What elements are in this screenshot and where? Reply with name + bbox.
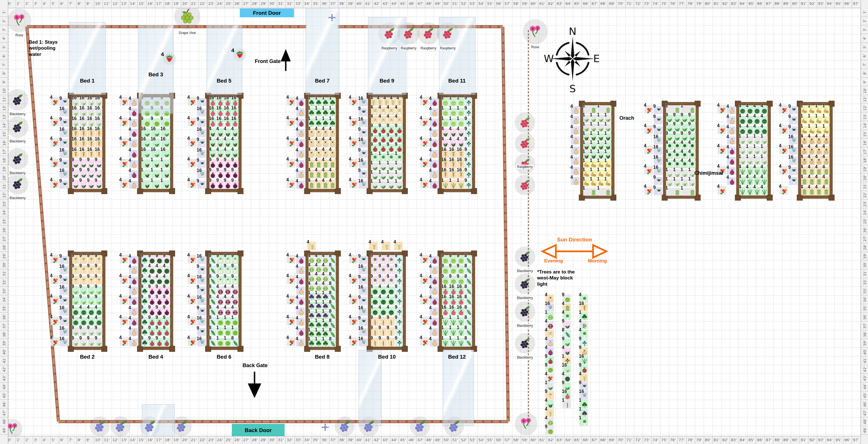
plant-cucseed[interactable]: 1 <box>674 179 681 187</box>
plant-broccoli[interactable]: 1 <box>330 98 336 106</box>
plant-arugula[interactable]: 4 <box>754 177 761 185</box>
plant-rapini[interactable]: 9 <box>465 118 472 127</box>
plant-whiteturnip[interactable]: 9 <box>232 255 239 264</box>
plant-celery[interactable]: 4 <box>816 166 823 175</box>
plant-onion[interactable]: 4 <box>296 150 305 158</box>
plant-nasturtium[interactable]: 4 <box>644 125 653 134</box>
plant-chard[interactable]: 4 <box>232 149 239 158</box>
plant-cucseed[interactable]: 9 <box>95 327 102 336</box>
plant-nasturtium[interactable]: 4 <box>120 276 128 284</box>
plant-redonion[interactable]: 4 <box>430 318 438 326</box>
plant-onion[interactable]: 4 <box>571 136 580 145</box>
plant-celery[interactable]: 4 <box>816 187 823 195</box>
plant-nasturtium[interactable]: 4 <box>349 296 358 305</box>
plant-nasturtium[interactable]: 4 <box>51 255 59 263</box>
plant-whiteturnip[interactable]: 9 <box>232 265 239 274</box>
plant-collard[interactable]: 4 <box>754 116 761 124</box>
plant-parsnip[interactable]: 9 <box>95 255 102 264</box>
plant-leek[interactable]: 9 <box>60 98 68 106</box>
plant-onion[interactable]: 4 <box>430 150 438 158</box>
plant-leek[interactable]: 9 <box>789 177 797 185</box>
plant-broccoli[interactable]: 1 <box>308 108 315 116</box>
plant-broccoli[interactable]: 1 <box>308 339 315 347</box>
plant-pea[interactable]: 8 <box>465 265 472 274</box>
plant-collard[interactable]: 4 <box>80 307 87 315</box>
plant-radish2[interactable]: 9 <box>149 327 155 336</box>
plant-pakchoi[interactable]: 9 <box>387 276 395 285</box>
plant-tatsoi[interactable]: 4 <box>379 286 387 295</box>
plant-parsnip[interactable]: 9 <box>80 255 87 264</box>
plant-radish2[interactable]: 9 <box>156 317 163 326</box>
plant-chard[interactable]: 4 <box>217 129 224 137</box>
plant-scallion[interactable]: 16 <box>60 170 68 178</box>
plant-leek[interactable]: 9 <box>789 116 797 124</box>
plant-scallion[interactable]: 16 <box>60 308 68 315</box>
plant-chard[interactable]: 4 <box>232 129 239 137</box>
plant-whiteturnip[interactable]: 9 <box>224 276 231 285</box>
plant-tatsoi[interactable]: 4 <box>387 296 395 305</box>
plant-whiteturnip[interactable]: 9 <box>224 265 231 274</box>
plant-onion[interactable]: 4 <box>727 106 736 114</box>
plant-mustard[interactable]: 1 <box>371 181 378 189</box>
plant-beet[interactable]: 9 <box>224 180 231 189</box>
perennial-raspberry-icon[interactable] <box>519 137 531 150</box>
plant-mustard[interactable]: 16 <box>161 149 170 158</box>
plant-pea[interactable]: 8 <box>465 276 472 285</box>
plant-chard[interactable]: 4 <box>442 139 449 147</box>
plant-carrot[interactable]: 16 <box>72 149 79 158</box>
plant-leek[interactable]: 9 <box>359 129 367 137</box>
plant-carrot[interactable]: 16 <box>457 159 465 168</box>
plant-beet[interactable]: 9 <box>163 296 170 305</box>
plant-broccoli[interactable]: 9 <box>141 327 148 336</box>
plant-celery[interactable]: 1 <box>597 188 612 196</box>
plant-tatsoi[interactable]: 4 <box>371 296 378 305</box>
plant-radish[interactable]: 16 <box>442 286 449 295</box>
plant-leek[interactable]: 9 <box>60 181 68 189</box>
plant-bean[interactable]: 8 <box>209 255 216 264</box>
plant-leek[interactable]: 9 <box>60 119 68 127</box>
plant-dill[interactable]: 4 <box>382 242 390 250</box>
plant-radicchio[interactable]: 4 <box>224 286 231 295</box>
plant-collard[interactable]: 4 <box>95 307 102 315</box>
perennial-blackberry-icon[interactable] <box>519 337 531 350</box>
plant-lettuce[interactable]: 1 <box>217 317 224 326</box>
plant-rapini[interactable]: 9 <box>465 159 472 168</box>
plant-kale[interactable]: 4 <box>156 265 163 274</box>
plant-radish[interactable]: 16 <box>232 118 239 127</box>
plant-celery[interactable]: 4 <box>823 166 830 175</box>
plant-radish[interactable]: 16 <box>442 307 449 315</box>
plant-rapini[interactable]: 9 <box>395 276 403 285</box>
plant-arugula[interactable]: 4 <box>747 177 753 185</box>
perennial-elderberry-icon[interactable] <box>447 420 461 433</box>
plant-sprout[interactable]: 9 <box>88 296 95 305</box>
plant-pea[interactable]: 8 <box>465 317 472 326</box>
plant-scallion[interactable]: 16 <box>60 287 68 295</box>
plant-leek[interactable]: 9 <box>60 277 68 285</box>
plant-sprout[interactable]: 9 <box>80 296 87 305</box>
plant-kale[interactable]: 4 <box>156 276 163 285</box>
plant-nasturtium[interactable]: 4 <box>287 118 296 126</box>
plant-nasturtium[interactable]: 4 <box>420 337 429 346</box>
plant-collard[interactable]: 4 <box>88 317 95 326</box>
plant-nasturtium[interactable]: 4 <box>287 138 296 147</box>
plant-pakchoi[interactable]: 9 <box>379 265 387 274</box>
plant-chard[interactable]: 4 <box>457 129 465 137</box>
plant-turnip2[interactable]: 4 <box>808 146 815 155</box>
plant-radish2[interactable]: 9 <box>163 317 170 326</box>
plant-redonion[interactable]: 4 <box>727 167 736 175</box>
plant-peanut[interactable]: 1 <box>808 126 815 134</box>
plant-broccoli[interactable]: 9 <box>141 338 148 346</box>
plant-celery[interactable]: 4 <box>315 170 322 178</box>
plant-carrot[interactable]: 16 <box>80 129 87 137</box>
plant-onion[interactable]: 4 <box>129 139 137 147</box>
plant-pakchoi[interactable]: 9 <box>379 276 387 285</box>
plant-chard[interactable]: 4 <box>209 149 216 158</box>
plant-turnip2[interactable]: 4 <box>816 156 823 165</box>
plant-lettuce2[interactable]: 9 <box>442 255 449 264</box>
plant-cucseed[interactable]: 9 <box>88 327 95 336</box>
plant-scallion[interactable]: 16 <box>789 136 797 145</box>
plant-seedling[interactable]: 16 <box>80 98 87 106</box>
plant-beet[interactable]: 9 <box>156 286 163 295</box>
plant-tatsoi[interactable]: 4 <box>371 286 378 295</box>
plant-leek[interactable]: 9 <box>789 167 797 175</box>
